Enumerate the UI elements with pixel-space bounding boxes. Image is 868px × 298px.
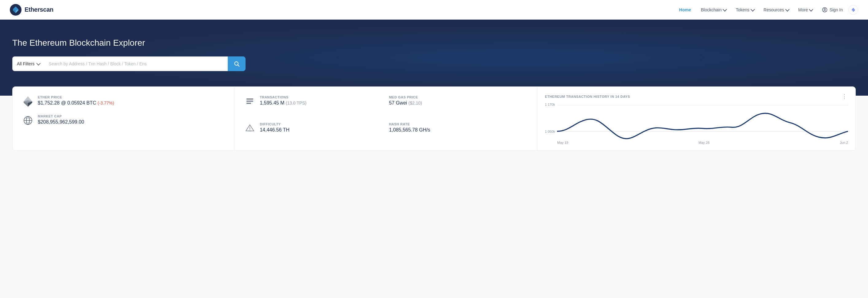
search-filter-dropdown[interactable]: All Filters [12,57,44,71]
eth-network-icon[interactable] [848,5,858,15]
resources-chevron-icon [785,7,789,11]
search-icon [234,61,240,67]
nav-signin[interactable]: Sign In [818,5,847,15]
navbar: Etherscan Home Blockchain Tokens Resourc… [0,0,868,20]
ethereum-icon [851,7,856,12]
more-chevron-icon [809,7,813,11]
chart-title: ETHEREUM TRANSACTION HISTORY IN 14 DAYS [545,95,630,98]
svg-point-2 [824,8,826,10]
chart-svg [557,105,848,151]
gas-price-value: 57 Gwei ($2.10) [389,100,527,106]
ether-price-label: ETHER PRICE [38,95,114,99]
brand-logo-link[interactable]: Etherscan [10,4,53,15]
nav-more[interactable]: More [794,5,817,15]
hero-title: The Ethereum Blockchain Explorer [12,38,856,48]
market-cap-icon [22,115,33,126]
search-input[interactable] [44,57,228,71]
search-button[interactable] [228,57,246,71]
market-cap-value: $208,955,962,599.00 [38,119,84,125]
gas-price-stat: MED GAS PRICE 57 Gwei ($2.10) [389,95,527,115]
chart-group: ETHEREUM TRANSACTION HISTORY IN 14 DAYS … [537,87,856,151]
difficulty-value: 14,446.56 TH [260,127,289,133]
tokens-chevron-icon [750,7,755,11]
stat-group-left: ETHER PRICE $1,752.28 @ 0.05924 BTC (-3.… [12,87,235,151]
ether-price-stat: ETHER PRICE $1,752.28 @ 0.05924 BTC (-3.… [22,95,224,107]
svg-rect-15 [246,101,253,102]
blockchain-chevron-icon [723,7,727,11]
stats-card: ETHER PRICE $1,752.28 @ 0.05924 BTC (-3.… [12,87,856,151]
transactions-icon [244,96,255,107]
market-cap-label: MARKET CAP [38,114,84,118]
hash-rate-stat: HASH RATE 1,085,565.78 GH/s [389,122,527,142]
nav-blockchain[interactable]: Blockchain [697,5,731,15]
chart-y-top-label: 1 170k [545,103,555,106]
stats-section: ETHER PRICE $1,752.28 @ 0.05924 BTC (-3.… [0,87,868,163]
filter-chevron-icon [36,61,40,66]
difficulty-stat: DIFFICULTY 14,446.56 TH [244,122,383,142]
nav-home[interactable]: Home [675,5,695,15]
hash-rate-label: HASH RATE [389,122,527,126]
stat-group-middle: TRANSACTIONS 1,595.45 M (13.0 TPS) MED G… [235,87,537,151]
chart-y-bottom-label: 1 050k [545,130,555,133]
hero-section: The Ethereum Blockchain Explorer All Fil… [0,20,868,96]
chart-menu-button[interactable]: ⋮ [841,93,848,100]
svg-rect-14 [246,98,253,100]
chart-area: 1 170k 1 050k [545,103,848,139]
market-cap-stat: MARKET CAP $208,955,962,599.00 [22,114,224,126]
transactions-label: TRANSACTIONS [260,95,306,99]
etherscan-logo [10,4,22,15]
gas-price-label: MED GAS PRICE [389,95,527,99]
nav-tokens[interactable]: Tokens [732,5,758,15]
difficulty-label: DIFFICULTY [260,122,289,126]
transactions-stat: TRANSACTIONS 1,595.45 M (13.0 TPS) [244,95,383,115]
difficulty-icon [244,123,255,134]
hash-rate-value: 1,085,565.78 GH/s [389,127,527,133]
svg-line-4 [238,65,239,67]
user-circle-icon [822,7,828,12]
nav-resources[interactable]: Resources [760,5,793,15]
brand-name-text: Etherscan [25,6,53,13]
svg-rect-16 [246,103,251,104]
search-bar: All Filters [12,57,246,71]
nav-links: Home Blockchain Tokens Resources More Si… [675,5,858,15]
eth-price-icon [22,96,33,107]
transactions-value: 1,595.45 M (13.0 TPS) [260,100,306,106]
ether-price-value: $1,752.28 @ 0.05924 BTC (-3.77%) [38,100,114,106]
